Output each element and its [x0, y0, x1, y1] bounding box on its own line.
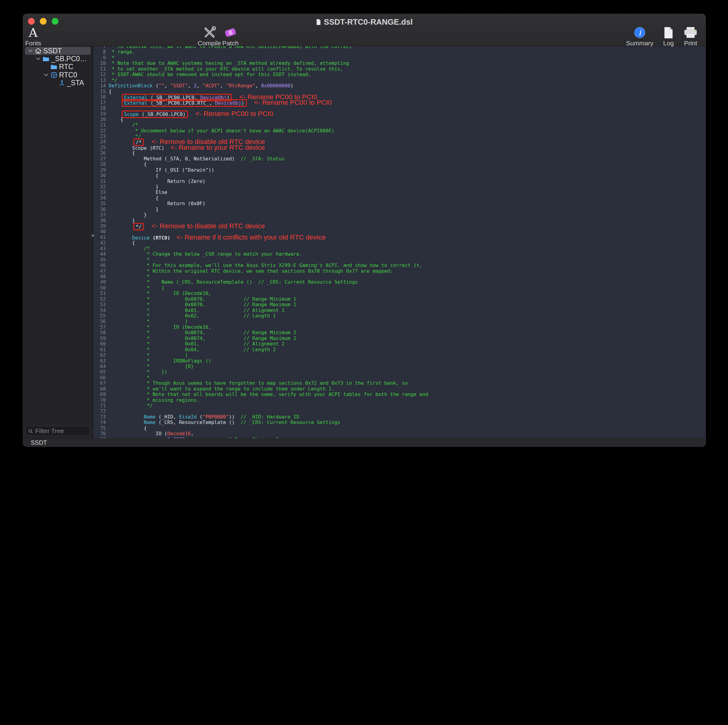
line-number: 19	[93, 111, 109, 116]
minimize-button[interactable]	[40, 18, 47, 24]
code-text: Method (_STA, 0, NotSerialized) // _STA:…	[109, 156, 284, 162]
chevron-down-icon[interactable]	[28, 50, 33, 52]
code-text: If (_OSI ("Darwin"))	[109, 167, 214, 173]
code-text: Device (RTC0)<- Rename if it conflicts w…	[109, 235, 326, 240]
code-text: */	[109, 78, 118, 83]
code-line: 66 *	[93, 375, 705, 381]
chevron-down-icon[interactable]	[43, 73, 49, 76]
code-text: * SSDT-AWAC should be removed and instea…	[109, 72, 311, 77]
line-number: 9	[93, 55, 109, 61]
code-text: * {8}	[109, 364, 194, 369]
print-label: Print	[684, 40, 697, 47]
line-number: 44	[93, 251, 109, 257]
sidebar-item-rtc0[interactable]: RTC0	[25, 71, 91, 79]
line-number: 31	[93, 179, 109, 184]
code-line: 44 * Change the below _CSR range to matc…	[93, 251, 705, 257]
print-button[interactable]: Print	[684, 26, 697, 47]
fonts-button[interactable]: A Fonts	[25, 26, 41, 47]
code-line: 53 * 0x0070, // Range Maximum 1	[93, 302, 705, 307]
log-document-icon	[664, 26, 673, 39]
compile-label: Compile	[197, 40, 221, 47]
line-number: 47	[93, 268, 109, 274]
sidebar-item-sta[interactable]: _STA	[25, 79, 91, 87]
fonts-label: Fonts	[25, 40, 41, 47]
code-text: {	[109, 117, 123, 122]
code-line: 17 External (_SB_.PC00.LPC0.RTC_, Device…	[93, 100, 705, 105]
code-editor[interactable]: 7 * To resolve this, we'll want to creat…	[93, 46, 705, 438]
code-text: * Within the original RTC device, we see…	[109, 268, 393, 274]
code-text: * range.	[109, 49, 135, 55]
home-icon	[34, 48, 42, 54]
line-number: 62	[93, 352, 109, 358]
sidebar-item-rtc[interactable]: RTC	[25, 63, 91, 71]
summary-label: Summary	[626, 40, 653, 47]
patch-button[interactable]: Patch	[222, 26, 239, 47]
line-number: 65	[93, 369, 109, 375]
chevron-down-icon[interactable]	[35, 58, 41, 60]
window-title: SSDT-RTC0-RANGE.dsl	[316, 17, 413, 27]
line-number: 34	[93, 196, 109, 201]
code-text: * Uncomment below if your ACPI doesn't h…	[109, 128, 335, 134]
filter-input[interactable]	[35, 427, 87, 435]
line-number: 72	[93, 408, 109, 414]
device-icon	[50, 72, 58, 78]
annotation-text: <- Rename PC00 to PCI0	[254, 99, 332, 106]
code-line: 12 * SSDT-AWAC should be removed and ins…	[93, 72, 705, 77]
line-number: 68	[93, 386, 109, 392]
line-number: 67	[93, 381, 109, 386]
code-line: 7 * To resolve this, we'll want to creat…	[93, 46, 705, 49]
status-path: SSDT	[31, 439, 47, 446]
filter-field	[26, 426, 90, 436]
sidebar-item-sb-pc00-l[interactable]: _SB.PC00.L...	[25, 55, 91, 63]
code-text: Else	[109, 190, 167, 195]
code-line: 59 * 0x0074, // Range Maximum 2	[93, 336, 705, 341]
code-line: 39 */<- Remove to disable old RTC device	[93, 223, 705, 229]
code-lines: 7 * To resolve this, we'll want to creat…	[93, 46, 705, 438]
code-line: 51 * IO (Decode16,	[93, 291, 705, 296]
code-line: 76 IO (Decode16,	[93, 431, 705, 436]
code-line: 50 * {	[93, 285, 705, 291]
code-text: * Note that not all boards will be the s…	[109, 392, 428, 397]
line-number: 59	[93, 336, 109, 341]
code-text: {	[109, 173, 159, 178]
sidebar-item-ssdt[interactable]: SSDT	[25, 47, 91, 55]
line-number: 28	[93, 162, 109, 167]
line-number: 40	[93, 229, 109, 234]
line-number: 60	[93, 341, 109, 347]
code-text: * 0x0070, // Range Minimum 1	[109, 297, 297, 302]
code-text: DefinitionBlock ("", "SSDT", 2, "ACDT", …	[109, 83, 294, 89]
code-line: 37 }	[93, 212, 705, 218]
code-text: * 0x01, // Alignment 1	[109, 308, 284, 313]
code-text: Name (_HID, EisaId ("PNP0B00")) // _HID:…	[109, 414, 299, 420]
code-text: * we'll want to expand the range to incl…	[109, 386, 335, 392]
sidebar-item-label: _STA	[67, 79, 84, 87]
code-text: IO (Decode16,	[109, 431, 194, 436]
summary-button[interactable]: i Summary	[626, 26, 653, 47]
line-number: 37	[93, 212, 109, 218]
line-number: 15	[93, 89, 109, 94]
log-label: Log	[663, 40, 674, 47]
code-text: * For this example, we'll use the Asus S…	[109, 263, 422, 268]
line-number: 29	[93, 167, 109, 173]
code-line: 60 * 0x01, // Alignment 2	[93, 341, 705, 347]
sidebar: SSDT_SB.PC00.L...RTCRTC0_STA	[23, 46, 93, 438]
line-number: 69	[93, 392, 109, 397]
code-text: Scope (_SB.PC00.LPC0)<- Rename PC00 to P…	[109, 111, 273, 116]
log-button[interactable]: Log	[663, 26, 674, 47]
code-line: 25 Scope (RTC)<- Rename to your RTC devi…	[93, 145, 705, 150]
compile-button[interactable]: Compile	[197, 26, 221, 47]
code-line: 64 * {8}	[93, 364, 705, 369]
sidebar-item-label: RTC0	[59, 71, 77, 79]
method-icon	[58, 80, 66, 86]
line-number: 36	[93, 206, 109, 212]
line-number: 32	[93, 184, 109, 190]
code-text: * to set another _STA method in your RTC…	[109, 66, 343, 72]
sidebar-divider[interactable]	[93, 46, 93, 438]
close-button[interactable]	[28, 18, 35, 24]
sidebar-tree: SSDT_SB.PC00.L...RTCRTC0_STA	[23, 47, 93, 87]
line-number: 53	[93, 302, 109, 307]
code-text: {	[109, 425, 147, 431]
zoom-button[interactable]	[52, 18, 58, 24]
code-line: 29 If (_OSI ("Darwin"))	[93, 167, 705, 173]
folder-icon	[50, 64, 58, 69]
